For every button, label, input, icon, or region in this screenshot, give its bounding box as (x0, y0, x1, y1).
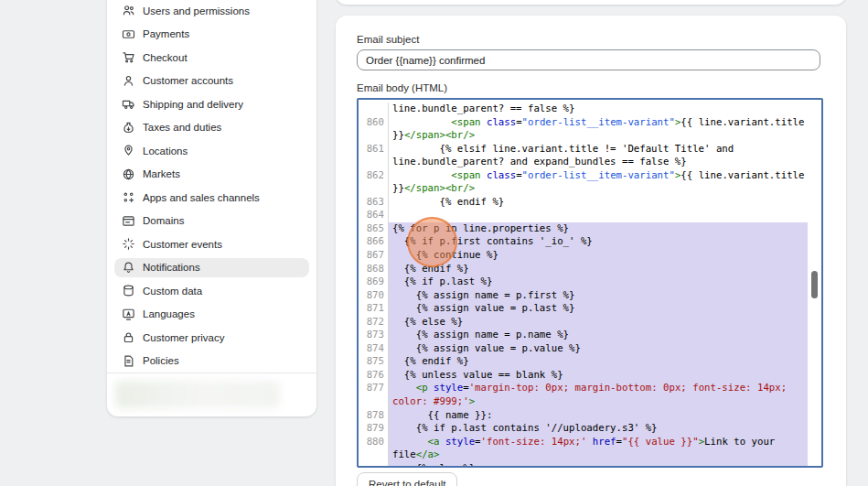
sidebar-item-label: Notifications (143, 262, 200, 273)
previous-card-edge (336, 0, 846, 5)
line-number: 863 (359, 196, 389, 210)
code-text: <p style='margin-top: 0px; margin-bottom… (389, 382, 808, 395)
locations-icon (122, 144, 135, 157)
sidebar-item-shipping-and-delivery[interactable]: Shipping and delivery (114, 94, 309, 113)
revert-to-default-button[interactable]: Revert to default (357, 472, 457, 486)
sidebar-item-label: Locations (143, 146, 188, 157)
code-row[interactable]: }}</span><br/> (359, 182, 821, 196)
line-number: 875 (359, 355, 389, 369)
code-text: {% endif %} (389, 196, 808, 210)
policies-icon (122, 354, 135, 368)
sidebar-item-apps-and-sales-channels[interactable]: Apps and sales channels (114, 188, 309, 207)
code-text: line.bundle_parent? and expand_bundles =… (389, 156, 808, 169)
sidebar-item-checkout[interactable]: Checkout (114, 48, 309, 67)
code-text: {% elsif line.variant.title != 'Default … (389, 143, 808, 157)
line-number (359, 129, 389, 143)
code-row[interactable]: 873 {% assign name = p.name %} (359, 329, 821, 342)
code-row[interactable]: 864 (359, 209, 821, 222)
sidebar-item-label: Shipping and delivery (143, 99, 243, 110)
sidebar-item-customer-accounts[interactable]: Customer accounts (114, 71, 309, 91)
code-row[interactable]: 879 {% if p.last contains '//uploadery.s… (359, 422, 821, 436)
events-icon (122, 237, 135, 251)
notifications-icon (122, 261, 135, 275)
code-row[interactable]: {% else %} (359, 462, 821, 468)
email-subject-input[interactable] (357, 49, 820, 70)
sidebar-item-notifications[interactable]: Notifications (114, 258, 309, 277)
code-row[interactable]: 866 {% if p.first contains '_io_' %} (359, 235, 821, 249)
sidebar-item-payments[interactable]: Payments (114, 25, 309, 44)
code-text: {% assign value = p.value %} (389, 342, 808, 356)
email-body-code-editor[interactable]: line.bundle_parent? == false %}860 <span… (357, 98, 823, 468)
taxes-icon (122, 121, 135, 135)
sidebar-item-languages[interactable]: Languages (114, 305, 309, 324)
code-row[interactable]: 867 {% continue %} (359, 249, 821, 263)
line-number: 861 (359, 143, 389, 157)
sidebar-item-label: Customer events (143, 239, 222, 250)
line-number: 867 (359, 249, 389, 263)
sidebar-item-locations[interactable]: Locations (114, 141, 309, 160)
code-text: {% if p.first contains '_io_' %} (389, 235, 808, 249)
checkout-icon (122, 50, 135, 64)
code-row[interactable]: color: #999;'> (359, 395, 821, 409)
sidebar-item-label: Languages (143, 308, 195, 319)
code-row[interactable]: 860 <span class="order-list__item-varian… (359, 116, 821, 130)
code-text: color: #999;'> (389, 395, 808, 409)
users-icon (122, 4, 135, 17)
line-number: 860 (359, 116, 389, 130)
email-subject-label: Email subject (357, 34, 825, 45)
sidebar-item-label: Users and permissions (143, 5, 250, 16)
code-text: {% assign name = p.name %} (389, 329, 808, 342)
code-row[interactable]: }}</span><br/> (359, 129, 821, 143)
sidebar-item-taxes-and-duties[interactable]: Taxes and duties (114, 118, 309, 137)
line-number: 865 (359, 222, 389, 236)
code-row[interactable]: line.bundle_parent? == false %} (359, 103, 821, 116)
code-row[interactable]: 871 {% assign value = p.last %} (359, 302, 821, 316)
settings-nav-list: Users and permissionsPaymentsCheckoutCus… (114, 1, 309, 371)
code-text: file</a> (389, 448, 808, 462)
sidebar-item-label: Customer privacy (143, 332, 224, 343)
code-row[interactable]: 863 {% endif %} (359, 196, 821, 210)
sidebar-item-users-and-permissions[interactable]: Users and permissions (114, 1, 309, 20)
sidebar-item-label: Apps and sales channels (143, 192, 260, 203)
domains-icon (122, 214, 135, 228)
sidebar-item-label: Taxes and duties (143, 122, 221, 133)
payments-icon (122, 27, 135, 41)
code-row[interactable]: 874 {% assign value = p.value %} (359, 342, 821, 356)
code-text: {% endif %} (389, 355, 808, 369)
apps-icon (122, 190, 135, 204)
code-row[interactable]: 880 <a style='font-size: 14px;' href="{{… (359, 436, 821, 449)
store-switcher-blurred[interactable] (115, 381, 280, 408)
code-row[interactable]: 876 {% unless value == blank %} (359, 369, 821, 383)
editor-scrollbar-thumb[interactable] (811, 271, 818, 298)
code-row[interactable]: line.bundle_parent? and expand_bundles =… (359, 156, 821, 169)
code-row[interactable]: 869 {% if p.last %} (359, 275, 821, 289)
line-number: 873 (359, 329, 389, 342)
code-text: {% assign value = p.last %} (389, 302, 808, 316)
code-text: }}</span><br/> (389, 182, 808, 196)
sidebar-item-markets[interactable]: Markets (114, 165, 309, 184)
sidebar-item-custom-data[interactable]: Custom data (114, 281, 309, 300)
line-number (359, 395, 389, 409)
sidebar-item-customer-events[interactable]: Customer events (114, 234, 309, 254)
code-row[interactable]: 872 {% else %} (359, 316, 821, 329)
code-row[interactable]: file</a> (359, 448, 821, 462)
line-number (359, 462, 389, 468)
code-row[interactable]: 877 <p style='margin-top: 0px; margin-bo… (359, 382, 821, 395)
line-number: 868 (359, 263, 389, 276)
code-row[interactable]: 862 <span class="order-list__item-varian… (359, 169, 821, 183)
code-text: {% endif %} (389, 263, 808, 276)
code-row[interactable]: 878 {{ name }}: (359, 409, 821, 423)
code-text: {% unless value == blank %} (389, 369, 808, 383)
sidebar-item-policies[interactable]: Policies (114, 351, 309, 371)
code-row[interactable]: 870 {% assign name = p.first %} (359, 289, 821, 303)
code-row[interactable]: 861 {% elsif line.variant.title != 'Defa… (359, 143, 821, 157)
sidebar-item-label: Custom data (143, 286, 202, 297)
code-row[interactable]: 865{% for p in line.properties %} (359, 222, 821, 236)
sidebar-item-domains[interactable]: Domains (114, 211, 309, 231)
line-number: 866 (359, 235, 389, 249)
code-text: {% assign name = p.first %} (389, 289, 808, 303)
sidebar-item-customer-privacy[interactable]: Customer privacy (114, 328, 309, 347)
code-row[interactable]: 868 {% endif %} (359, 263, 821, 276)
code-row[interactable]: 875 {% endif %} (359, 355, 821, 369)
line-number: 862 (359, 169, 389, 183)
